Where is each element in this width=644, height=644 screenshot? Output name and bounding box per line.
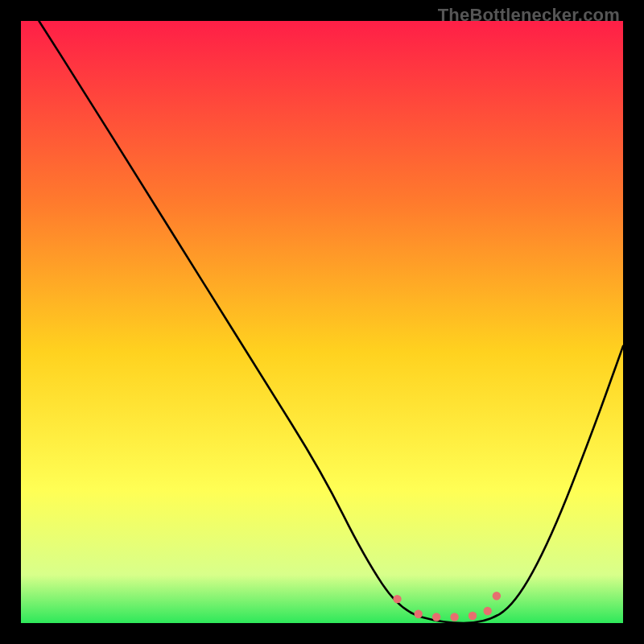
marker-dot xyxy=(432,613,440,621)
marker-dot xyxy=(484,607,492,615)
marker-dot xyxy=(469,612,477,620)
marker-dot xyxy=(450,613,458,621)
chart-frame xyxy=(21,21,623,623)
marker-dot xyxy=(493,592,501,600)
watermark-text: TheBottleneсker.com xyxy=(438,5,620,26)
gradient-background xyxy=(21,21,623,623)
bottleneck-chart xyxy=(21,21,623,623)
marker-dot xyxy=(393,595,401,603)
marker-dot xyxy=(415,610,423,618)
